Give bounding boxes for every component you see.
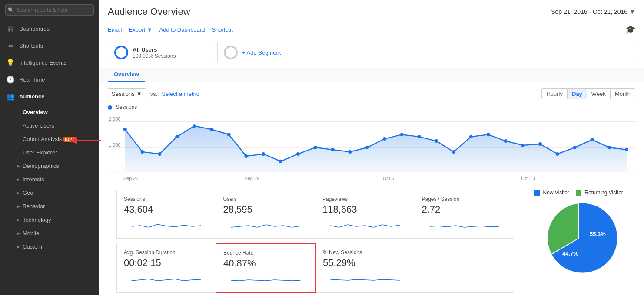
- sidebar-item-behavior[interactable]: ▶ Behavior: [0, 200, 99, 213]
- audience-sub-nav: Overview Active Users Cohort Analysis BE…: [0, 105, 99, 253]
- sidebar-item-shortcuts[interactable]: ⇐ Shortcuts: [0, 37, 99, 54]
- metric-new-sessions: % New Sessions 55.29%: [315, 243, 415, 293]
- add-segment-button[interactable]: + Add Segment: [217, 42, 635, 63]
- metric-bounce-rate-name: Bounce Rate: [223, 250, 308, 256]
- svg-point-32: [573, 146, 577, 149]
- sidebar-sub-label: Cohort Analysis: [23, 136, 62, 142]
- svg-point-10: [193, 124, 196, 128]
- sidebar-item-interests[interactable]: ▶ Interests: [0, 173, 99, 186]
- sidebar-sub-label: Technology: [23, 216, 51, 223]
- search-input[interactable]: [5, 4, 94, 16]
- arrow-icon: ▶: [17, 204, 20, 209]
- svg-point-19: [348, 150, 352, 154]
- date-range-text: Sep 21, 2016 - Oct 21, 2016: [551, 8, 627, 15]
- sidebar-sub-label: Active Users: [23, 122, 54, 129]
- main-content: Audience Overview Sep 21, 2016 - Oct 21,…: [99, 0, 644, 295]
- pie-chart-section: New Visitor Returning Visitor 55.3% 44.7…: [522, 190, 635, 295]
- metric-pages-session-name: Pages / Session: [422, 196, 507, 202]
- sidebar-item-overview[interactable]: Overview: [0, 105, 99, 119]
- sidebar-item-cohort[interactable]: Cohort Analysis BETA: [0, 132, 99, 146]
- sidebar-item-mobile[interactable]: ▶ Mobile: [0, 226, 99, 240]
- intelligence-icon: 💡: [6, 59, 15, 67]
- vs-label: vs.: [150, 91, 158, 97]
- metric-sessions-value: 43,604: [124, 204, 209, 215]
- metric-users: Users 28,595: [216, 190, 316, 239]
- svg-point-11: [210, 128, 213, 131]
- metric-pages-session-value: 2.72: [422, 204, 507, 215]
- svg-point-30: [538, 142, 542, 146]
- segment-bar: All Users 100.00% Sessions + Add Segment: [99, 37, 644, 68]
- export-link[interactable]: Export ▼: [129, 26, 153, 33]
- sidebar-item-label: Intelligence Events: [19, 59, 66, 66]
- sidebar-sub-label: Interests: [23, 176, 44, 183]
- sidebar-item-custom[interactable]: ▶ Custom: [0, 240, 99, 253]
- segment-circle-icon: [114, 46, 128, 59]
- date-range-picker[interactable]: Sep 21, 2016 - Oct 21, 2016 ▼: [551, 8, 635, 15]
- segment-add-circle-icon: [224, 46, 238, 59]
- sidebar-item-dashboards[interactable]: ▦ Dashboards: [0, 20, 99, 37]
- pie-legend: New Visitor Returning Visitor: [534, 190, 623, 196]
- metric-sessions: Sessions 43,604: [116, 190, 216, 239]
- day-button[interactable]: Day: [568, 88, 587, 99]
- arrow-icon: ▶: [17, 177, 20, 182]
- metric-pages-session: Pages / Session 2.72: [415, 190, 515, 239]
- segment-label: All Users: [133, 46, 176, 53]
- new-visitor-legend-label: New Visitor: [543, 190, 569, 196]
- tabs-bar: Overview: [99, 68, 644, 82]
- segment-sub-label: 100.00% Sessions: [133, 53, 176, 59]
- hourly-button[interactable]: Hourly: [541, 88, 568, 99]
- metric-pageviews: Pageviews 118,663: [315, 190, 415, 239]
- sidebar-item-technology[interactable]: ▶ Technology: [0, 213, 99, 226]
- sidebar-item-demographics[interactable]: ▶ Demographics: [0, 159, 99, 173]
- add-dashboard-link[interactable]: Add to Dashboard: [159, 26, 205, 33]
- sidebar-sub-label: Mobile: [23, 230, 39, 236]
- shortcut-link[interactable]: Shortcut: [212, 26, 232, 33]
- month-button[interactable]: Month: [611, 88, 635, 99]
- svg-point-35: [625, 148, 628, 151]
- arrow-icon: ▶: [17, 244, 20, 249]
- sidebar-item-user-explorer[interactable]: User Explorer: [0, 146, 99, 159]
- svg-text:2,000: 2,000: [109, 116, 120, 121]
- pie-chart: 55.3% 44.7%: [540, 199, 618, 277]
- svg-point-8: [158, 152, 161, 156]
- sidebar-item-realtime[interactable]: 🕐 Real-Time: [0, 71, 99, 88]
- sidebar: ▦ Dashboards ⇐ Shortcuts 💡 Intelligence …: [0, 0, 99, 295]
- metric-dropdown-arrow: ▼: [136, 91, 142, 97]
- svg-point-6: [123, 128, 127, 131]
- sidebar-item-geo[interactable]: ▶ Geo: [0, 186, 99, 200]
- metric-dropdown[interactable]: Sessions ▼: [108, 88, 146, 99]
- metric-bounce-rate: Bounce Rate 40.87%: [216, 243, 316, 293]
- metric-avg-session-name: Avg. Session Duration: [124, 249, 209, 256]
- returning-visitor-legend-box: [576, 190, 581, 196]
- topbar: Audience Overview Sep 21, 2016 - Oct 21,…: [99, 0, 644, 22]
- time-period-buttons: Hourly Day Week Month: [541, 88, 635, 99]
- sidebar-sub-label: Geo: [23, 190, 33, 196]
- svg-point-27: [487, 133, 490, 136]
- svg-point-12: [227, 133, 231, 136]
- realtime-icon: 🕐: [6, 75, 15, 84]
- metric-sessions-name: Sessions: [124, 196, 209, 202]
- chevron-down-icon: ▼: [629, 8, 635, 15]
- svg-point-26: [469, 135, 473, 138]
- new-sessions-sparkline: [323, 271, 408, 284]
- svg-point-23: [417, 135, 421, 138]
- select-metric-link[interactable]: Select a metric: [162, 91, 199, 97]
- metric-bounce-rate-value: 40.87%: [223, 258, 308, 269]
- sidebar-item-active-users[interactable]: Active Users: [0, 119, 99, 132]
- audience-icon: 👥: [6, 92, 15, 101]
- sidebar-item-intelligence[interactable]: 💡 Intelligence Events: [0, 54, 99, 71]
- chart-controls: Sessions ▼ vs. Select a metric Hourly Da…: [108, 88, 635, 99]
- sidebar-item-label: Shortcuts: [19, 43, 43, 49]
- arrow-icon: ▶: [17, 231, 20, 236]
- tab-overview[interactable]: Overview: [108, 68, 145, 82]
- arrow-icon: ▶: [17, 190, 20, 195]
- sidebar-item-audience[interactable]: 👥 Audience: [0, 88, 99, 105]
- shortcuts-icon: ⇐: [6, 42, 15, 50]
- sidebar-search-area: [0, 0, 99, 20]
- svg-text:1,000: 1,000: [109, 142, 120, 148]
- week-button[interactable]: Week: [587, 88, 611, 99]
- email-link[interactable]: Email: [108, 26, 122, 33]
- svg-point-9: [175, 135, 179, 138]
- sessions-legend-label: Sessions: [116, 104, 137, 110]
- all-users-segment[interactable]: All Users 100.00% Sessions: [108, 42, 212, 63]
